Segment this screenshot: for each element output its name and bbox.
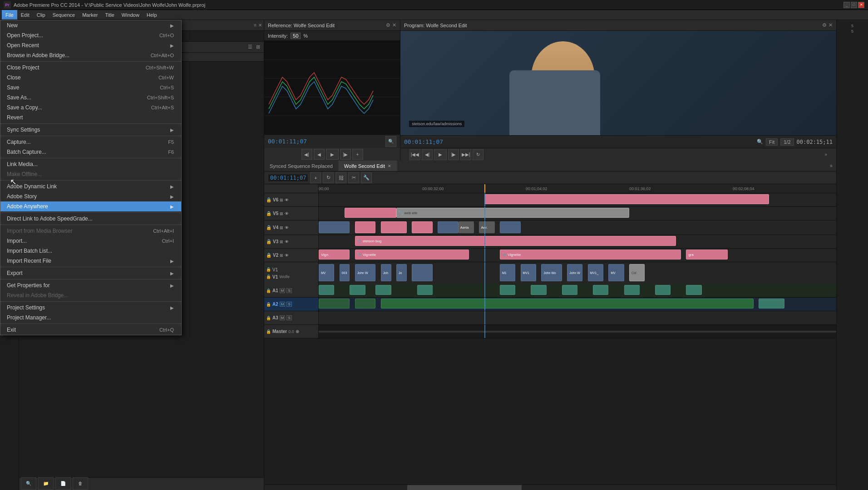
menu-speedgrade[interactable]: Direct Link to Adobe SpeedGrade... bbox=[0, 214, 181, 224]
clip-v2-gra[interactable]: gra bbox=[686, 250, 727, 260]
right-expand-icon[interactable]: » bbox=[824, 152, 827, 157]
eye-icon[interactable]: 👁 bbox=[285, 240, 289, 244]
settings-icon[interactable]: ⚙ bbox=[822, 22, 827, 28]
lock-icon-v1[interactable]: 🔒 bbox=[266, 274, 271, 279]
lock-icon[interactable]: 🔒 bbox=[266, 267, 271, 272]
clip-v1-john-w3[interactable]: John W bbox=[567, 264, 582, 281]
clip-v1-3[interactable] bbox=[412, 264, 433, 281]
play-button[interactable]: ▶ bbox=[326, 149, 339, 160]
audio-clip-a2-end[interactable] bbox=[759, 299, 784, 309]
jump-start-button[interactable]: |◀◀ bbox=[409, 149, 420, 160]
menu-revert[interactable]: Revert bbox=[0, 113, 181, 122]
refresh-button[interactable]: ↻ bbox=[323, 172, 334, 183]
close-icon[interactable]: ✕ bbox=[392, 22, 396, 28]
menu-exit[interactable]: Exit Ctrl+Q bbox=[0, 325, 181, 335]
clip-v4-6[interactable]: Aeria bbox=[459, 221, 474, 233]
lock-icon[interactable]: 🔒 bbox=[266, 289, 271, 293]
list-view-icon[interactable]: ☰ bbox=[248, 44, 252, 50]
lock-icon[interactable]: 🔒 bbox=[266, 239, 271, 244]
clip-v4-8[interactable] bbox=[500, 221, 521, 233]
current-time-display[interactable]: 00:01:11;07 bbox=[268, 174, 308, 182]
clip-v1-john-w2[interactable]: John Wo bbox=[541, 264, 562, 281]
menu-save-copy[interactable]: Save a Copy... Ctrl+Alt+S bbox=[0, 103, 181, 113]
audio-clip-a1-11[interactable] bbox=[686, 285, 701, 295]
synced-sequence-tab[interactable]: Synced Sequence Replaced bbox=[264, 161, 339, 171]
eye-icon[interactable]: 👁 bbox=[285, 253, 289, 258]
menu-adobe-story[interactable]: Adobe Story ▶ bbox=[0, 191, 181, 201]
menu-import[interactable]: Import... Ctrl+I bbox=[0, 236, 181, 246]
clip-v4-5[interactable] bbox=[438, 221, 459, 233]
audio-clip-a2-1[interactable] bbox=[319, 299, 350, 309]
audio-clip-a2-2[interactable] bbox=[355, 299, 376, 309]
window-controls[interactable]: _ □ ✕ bbox=[843, 2, 864, 8]
audio-clip-a1-9[interactable] bbox=[624, 285, 640, 295]
audio-clip-a1-10[interactable] bbox=[655, 285, 671, 295]
s-btn[interactable]: S bbox=[286, 315, 291, 320]
lock-icon[interactable]: 🔒 bbox=[266, 316, 271, 320]
menu-new[interactable]: New ▶ bbox=[0, 20, 181, 30]
menu-open-project[interactable]: Open Project... Ctrl+O bbox=[0, 30, 181, 40]
step-fwd-button[interactable]: |▶ bbox=[340, 149, 351, 160]
menu-close-project[interactable]: Close Project Ctrl+Shift+W bbox=[0, 63, 181, 73]
clip-v5-web-site[interactable]: 📎 web site bbox=[396, 208, 629, 218]
menu-adobe-dynamic-link[interactable]: Adobe Dynamic Link ▶ bbox=[0, 181, 181, 191]
menu-project-manager[interactable]: Project Manager... bbox=[0, 313, 181, 323]
clip-v2-vignette2[interactable]: 📎 Vignette bbox=[500, 250, 681, 260]
menu-item-title[interactable]: Title bbox=[101, 10, 118, 20]
clip-v2-vignette[interactable]: 📎 Vignette bbox=[355, 250, 469, 260]
jump-end-button[interactable]: ▶▶| bbox=[460, 149, 471, 160]
zoom-icon[interactable]: 🔍 bbox=[385, 136, 396, 147]
clip-v1-mv[interactable]: MV bbox=[319, 264, 334, 281]
play-button[interactable]: ▶ bbox=[434, 149, 447, 160]
m-btn[interactable]: M bbox=[280, 302, 286, 307]
audio-clip-a1-8[interactable] bbox=[593, 285, 608, 295]
m-btn[interactable]: M bbox=[280, 288, 286, 293]
new-item-button[interactable]: 📄 bbox=[55, 477, 71, 490]
menu-batch-capture[interactable]: Batch Capture... F6 bbox=[0, 147, 181, 157]
close-icon[interactable]: ✕ bbox=[829, 22, 833, 28]
scrollbar-thumb[interactable] bbox=[407, 485, 522, 490]
audio-clip-a1-7[interactable] bbox=[562, 285, 577, 295]
sync-icon[interactable]: ⊞ bbox=[280, 198, 283, 202]
add-marker-button[interactable]: + bbox=[310, 172, 321, 183]
menu-item-window[interactable]: Window bbox=[118, 10, 143, 20]
play-back-button[interactable]: ◀ bbox=[314, 149, 325, 160]
menu-link-media[interactable]: Link Media... bbox=[0, 159, 181, 169]
maximize-button[interactable]: □ bbox=[851, 2, 857, 8]
menu-capture[interactable]: Capture... F5 bbox=[0, 137, 181, 147]
lock-icon[interactable]: 🔒 bbox=[266, 225, 271, 230]
menu-sync-settings[interactable]: Sync Settings ▶ bbox=[0, 125, 181, 135]
clip-v1-mv1-2[interactable]: MV1_ bbox=[588, 264, 603, 281]
eye-icon[interactable]: 👁 bbox=[285, 211, 289, 216]
search-button[interactable]: 🔍 bbox=[21, 477, 36, 490]
menu-export[interactable]: Export ▶ bbox=[0, 268, 181, 278]
master-btn[interactable]: ⊕ bbox=[296, 329, 299, 334]
lock-icon[interactable]: 🔒 bbox=[266, 197, 271, 202]
step-back-button[interactable]: ◀| bbox=[301, 149, 312, 160]
audio-clip-a1-4[interactable] bbox=[417, 285, 433, 295]
menu-item-edit[interactable]: Edit bbox=[17, 10, 33, 20]
s-btn[interactable]: S bbox=[286, 288, 291, 293]
menu-import-batch-list[interactable]: Import Batch List... bbox=[0, 246, 181, 256]
clip-v1-mv1[interactable]: MV1 bbox=[521, 264, 536, 281]
step-fwd-button[interactable]: |▶ bbox=[448, 149, 459, 160]
menu-item-file[interactable]: File bbox=[2, 10, 17, 20]
clip-v1-col[interactable]: Col bbox=[629, 264, 645, 281]
menu-adobe-anywhere[interactable]: Adobe Anywhere ▶ bbox=[0, 201, 181, 211]
intensity-value[interactable]: 50 bbox=[291, 33, 301, 39]
sync-icon[interactable]: ⊞ bbox=[280, 211, 283, 216]
menu-close[interactable]: Close Ctrl+W bbox=[0, 73, 181, 83]
clip-v4-3[interactable] bbox=[381, 221, 407, 233]
menu-project-settings[interactable]: Project Settings ▶ bbox=[0, 303, 181, 313]
wolfe-edit-tab[interactable]: Wolfe Second Edit ✕ bbox=[339, 161, 397, 171]
audio-clip-a1-3[interactable] bbox=[375, 285, 391, 295]
clip-v4-1[interactable] bbox=[319, 221, 350, 233]
eye-icon[interactable]: 👁 bbox=[285, 198, 289, 202]
clip-v1-003[interactable]: 003 bbox=[340, 264, 350, 281]
tab-close-icon[interactable]: ✕ bbox=[388, 164, 391, 168]
lock-icon[interactable]: 🔒 bbox=[266, 211, 271, 216]
clip-v5-1[interactable] bbox=[345, 208, 396, 218]
lock-icon[interactable]: 🔒 bbox=[266, 329, 271, 334]
sync-icon[interactable]: ⊞ bbox=[280, 240, 283, 244]
menu-item-clip[interactable]: Clip bbox=[33, 10, 49, 20]
